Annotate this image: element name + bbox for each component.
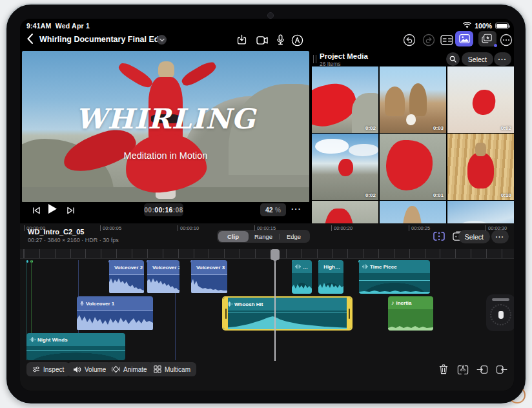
playhead-handle[interactable]: [271, 249, 280, 260]
timecode-frames: :08: [173, 206, 183, 214]
clip-label: Inertia: [396, 300, 412, 306]
media-thumb-5[interactable]: 0:01: [380, 134, 446, 200]
mode-edge[interactable]: Edge: [279, 231, 309, 242]
timeline-ruler[interactable]: [20, 249, 514, 259]
connect-clips-icon[interactable]: [432, 230, 446, 243]
ruler-label: 00:00:00: [24, 225, 45, 231]
clock: 9:41AM: [26, 22, 52, 30]
clip-label: Voiceover 1: [86, 301, 114, 307]
trim-handle-left[interactable]: [223, 298, 228, 329]
media-thumb-2[interactable]: 0:03: [380, 66, 446, 133]
clip-sfx-small[interactable]: …: [292, 260, 312, 294]
ruler-label: 00:00:30: [486, 225, 507, 231]
edit-mode-segmented-control: Clip Range Edge: [217, 230, 310, 243]
redo-icon[interactable]: [422, 33, 436, 47]
animate-button[interactable]: Animate: [106, 362, 153, 376]
mode-range[interactable]: Range: [249, 231, 279, 242]
browser-panel-icon[interactable]: [440, 33, 454, 47]
viewer-more-button[interactable]: ···: [291, 204, 302, 214]
media-search-button[interactable]: [446, 52, 460, 66]
volume-button[interactable]: Volume: [67, 362, 112, 376]
thumb-dancer-red: [467, 152, 494, 189]
media-thumb-3[interactable]: 0:02: [447, 66, 514, 133]
music-note-icon: ♪: [391, 300, 394, 306]
clip-voiceover1[interactable]: Voiceover 1: [77, 296, 153, 331]
jog-grab-bar[interactable]: [492, 298, 509, 301]
viewer-zoom-control[interactable]: 42 %: [260, 203, 286, 216]
multicam-button[interactable]: Multicam: [148, 362, 196, 376]
status-bar-right: 100%: [463, 22, 509, 30]
clip-inertia[interactable]: ♪Inertia: [388, 296, 433, 331]
multicam-icon: [154, 365, 161, 373]
effects-star-icon[interactable]: [478, 31, 496, 46]
animate-icon: [112, 365, 120, 373]
play-button[interactable]: [46, 203, 59, 214]
header-more-icon[interactable]: [499, 33, 513, 47]
animate-label: Animate: [123, 366, 147, 373]
timecode-display[interactable]: 00:00:16:08: [144, 203, 183, 216]
clip-time-piece[interactable]: Time Piece: [359, 260, 430, 294]
ruler-label: 00:00:10: [178, 225, 199, 231]
panel-drag-handle[interactable]: [313, 55, 316, 63]
dancer-hat: [158, 61, 174, 78]
viewer[interactable]: WHIRLING Meditation in Motion: [22, 51, 309, 202]
connect-clip-icon[interactable]: [495, 363, 509, 376]
media-browser-button-active[interactable]: [455, 31, 473, 46]
clip-night-winds[interactable]: Night Winds: [26, 333, 125, 360]
clip-high[interactable]: High…: [318, 260, 343, 294]
media-thumb-9[interactable]: [447, 201, 514, 223]
media-select-button[interactable]: Select: [462, 52, 493, 66]
camera-icon[interactable]: [255, 33, 269, 47]
split-clip-icon[interactable]: [456, 363, 470, 376]
clip-voiceover2-a[interactable]: Voiceover 2: [109, 260, 144, 294]
mode-clip[interactable]: Clip: [218, 231, 249, 242]
clip-duration: 0:03: [433, 125, 444, 131]
jog-dial[interactable]: [490, 304, 511, 325]
clip-duration: 0:10: [501, 192, 511, 198]
battery-icon: [495, 23, 509, 29]
ruler-label: 00:00:25: [409, 225, 430, 231]
project-media-panel: Project Media 26 Items Select ··· 0:02 0…: [312, 51, 514, 223]
dancer-arm-left: [116, 60, 154, 90]
thumb-dancer-red: [338, 159, 353, 176]
media-thumb-1[interactable]: 0:02: [312, 66, 378, 133]
media-thumb-8[interactable]: [380, 201, 446, 223]
effects-badge-dot: [494, 44, 497, 47]
media-thumb-7[interactable]: [312, 201, 378, 223]
inspect-label: Inspect: [43, 366, 64, 373]
thumb-dancer-red: [471, 88, 497, 117]
thumb-cloud: [315, 139, 349, 154]
inspect-button[interactable]: Inspect: [26, 362, 70, 376]
thumb-figure-white: [406, 114, 415, 125]
clip-whoosh-hit-selected[interactable]: Whoosh Hit: [222, 296, 353, 331]
clip-voiceover2-b[interactable]: Voiceover 2: [147, 260, 179, 294]
bezel-reflection: [509, 387, 526, 403]
front-camera: [267, 12, 274, 19]
trim-handle-right[interactable]: [347, 298, 351, 329]
timeline-select-button[interactable]: Select: [458, 230, 490, 243]
inspect-icon: [32, 366, 40, 372]
skip-to-end-icon[interactable]: [64, 205, 77, 216]
thumb-rock-spire: [385, 87, 405, 116]
undo-icon[interactable]: [402, 33, 416, 47]
clip-voiceover3[interactable]: Voiceover 3: [191, 260, 227, 294]
skip-to-start-icon[interactable]: [30, 205, 43, 216]
insert-clip-icon[interactable]: [475, 363, 489, 376]
media-more-button[interactable]: ···: [494, 52, 512, 66]
title-chevron-down-icon[interactable]: [157, 35, 167, 45]
jog-indicator: [498, 311, 504, 319]
export-icon[interactable]: [234, 33, 249, 47]
playhead-line[interactable]: [274, 258, 276, 361]
zoom-value: 42: [265, 206, 273, 214]
pencil-tools-icon[interactable]: [290, 33, 304, 47]
back-button[interactable]: [26, 33, 38, 46]
timeline-more-button[interactable]: ···: [491, 230, 509, 243]
media-thumb-4[interactable]: 0:02: [312, 134, 378, 200]
delete-clip-icon[interactable]: [436, 363, 451, 376]
timeline-panel: WD_Intro_C2_05 00:27 · 3840 × 2160 · HDR…: [20, 223, 514, 391]
clip-label: Whoosh Hit: [234, 301, 263, 307]
jog-wheel-panel[interactable]: [486, 294, 514, 331]
battery-percent: 100%: [475, 22, 492, 30]
microphone-icon[interactable]: [273, 33, 287, 47]
media-thumb-6[interactable]: 0:10: [447, 134, 514, 200]
